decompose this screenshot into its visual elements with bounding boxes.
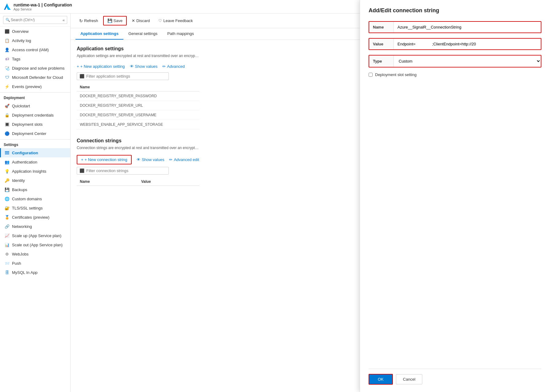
app-settings-filter-input[interactable] xyxy=(86,74,166,79)
svg-rect-3 xyxy=(5,152,9,153)
person-icon: 👤 xyxy=(5,47,10,52)
sidebar-item-tags[interactable]: 🏷 Tags xyxy=(0,54,70,63)
sidebar-label-overview: Overview xyxy=(12,29,29,34)
type-form-row: Type Custom SQLServer SQLAzure MySql Pos… xyxy=(369,55,541,67)
sidebar-label-networking: Networking xyxy=(12,224,32,229)
sidebar-nav: ⬛ Overview 📋 Activity log 👤 Access contr… xyxy=(0,27,70,277)
scaleup-icon: 📈 xyxy=(5,233,10,238)
app-settings-table: Name DOCKER_REGISTRY_SERVER_PASSWORD DOC… xyxy=(77,83,199,129)
sidebar-item-defender[interactable]: 🛡 Microsoft Defender for Cloud xyxy=(0,73,70,82)
shield-icon: 🛡 xyxy=(5,75,10,80)
app-setting-name: DOCKER_REGISTRY_SERVER_URL xyxy=(77,101,199,110)
show-values-button[interactable]: 👁 Show values xyxy=(130,63,158,70)
sidebar-item-scale-up[interactable]: 📈 Scale up (App Service plan) xyxy=(0,231,70,240)
name-input[interactable] xyxy=(394,22,541,33)
new-connection-string-button[interactable]: + + New connection string xyxy=(77,155,132,164)
value-input[interactable] xyxy=(394,39,541,49)
conn-strings-filter-input[interactable] xyxy=(86,168,166,173)
sidebar-item-networking[interactable]: 🔗 Networking xyxy=(0,222,70,231)
sidebar-item-certificates[interactable]: 🏅 Certificates (preview) xyxy=(0,213,70,222)
sidebar-label-webjobs: WebJobs xyxy=(12,252,29,256)
sidebar-item-activity-log[interactable]: 📋 Activity log xyxy=(0,36,70,45)
sidebar-item-identity[interactable]: 🔑 Identity xyxy=(0,176,70,185)
slots-icon: 🔳 xyxy=(5,122,10,127)
new-app-setting-button[interactable]: + + New application setting xyxy=(77,63,125,70)
show-conn-values-button[interactable]: 👁 Show values xyxy=(137,156,165,163)
conn-strings-filter: ⬛ xyxy=(77,167,169,175)
app-settings-desc: Application settings are encrypted at re… xyxy=(77,53,199,59)
name-form-row: Name xyxy=(369,21,541,33)
table-row: WEBSITES_ENABLE_APP_SERVICE_STORAGE xyxy=(77,120,199,129)
sidebar-item-quickstart[interactable]: 🚀 Quickstart xyxy=(0,101,70,110)
sidebar-item-webjobs[interactable]: ⚙ WebJobs xyxy=(0,249,70,259)
sidebar-label-custom-domains: Custom domains xyxy=(12,197,42,201)
sidebar-item-custom-domains[interactable]: 🌐 Custom domains xyxy=(0,194,70,203)
scaleout-icon: 📊 xyxy=(5,242,10,247)
sidebar-label-quickstart: Quickstart xyxy=(12,104,30,108)
tab-general-settings[interactable]: General settings xyxy=(123,28,162,40)
sidebar-item-scale-out[interactable]: 📊 Scale out (App Service plan) xyxy=(0,240,70,249)
discard-icon: ✕ xyxy=(132,18,135,23)
sidebar-label-tls-ssl: TLS/SSL settings xyxy=(12,206,43,210)
ssl-icon: 🔐 xyxy=(5,206,10,210)
rocket-icon: 🚀 xyxy=(5,103,10,108)
sidebar-label-deploy-creds: Deployment credentials xyxy=(12,113,54,117)
feedback-icon: ♡ xyxy=(158,18,162,23)
search-icon: 🔍 xyxy=(6,18,10,22)
tab-path-mappings[interactable]: Path mappings xyxy=(162,28,199,40)
app-setting-name: DOCKER_REGISTRY_SERVER_PASSWORD xyxy=(77,91,199,101)
col-conn-value: Value xyxy=(138,178,199,186)
search-input[interactable] xyxy=(3,16,67,24)
cancel-button[interactable]: Cancel xyxy=(396,374,422,384)
tag-icon: 🏷 xyxy=(5,56,10,61)
identity-icon: 🔑 xyxy=(5,178,10,183)
sidebar-collapse-icon[interactable]: « xyxy=(63,18,65,22)
advanced-button[interactable]: ✏ Advanced xyxy=(162,63,185,70)
ok-button[interactable]: OK xyxy=(369,374,393,385)
tab-app-settings[interactable]: Application settings xyxy=(76,28,123,40)
col-name: Name xyxy=(77,83,199,91)
plus-icon-2: + xyxy=(81,157,83,162)
sidebar-item-deploy-center[interactable]: 🔵 Deployment Center xyxy=(0,129,70,138)
sidebar-item-mysql[interactable]: 🗄 MySQL In App xyxy=(0,268,70,277)
save-button[interactable]: 💾 Save xyxy=(103,16,127,25)
sidebar-item-tls-ssl[interactable]: 🔐 TLS/SSL settings xyxy=(0,203,70,213)
deployment-slot-checkbox[interactable] xyxy=(369,73,373,77)
name-label: Name xyxy=(369,22,394,33)
sidebar-label-app-insights: Application Insights xyxy=(12,169,46,174)
pencil-icon-2: ✏ xyxy=(169,157,172,162)
page-title: runtime-wa-1 | Configuration xyxy=(14,2,72,7)
sidebar-item-push[interactable]: 📨 Push xyxy=(0,259,70,268)
sidebar-label-deploy-slots: Deployment slots xyxy=(12,122,43,127)
type-select[interactable]: Custom SQLServer SQLAzure MySql PostgreS… xyxy=(394,56,541,67)
feedback-button[interactable]: ♡ Leave Feedback xyxy=(155,17,196,25)
table-row: DOCKER_REGISTRY_SERVER_URL xyxy=(77,101,199,110)
app-settings-filter: ⬛ xyxy=(77,72,169,80)
sidebar-item-app-insights[interactable]: 💡 Application Insights xyxy=(0,167,70,176)
refresh-button[interactable]: ↻ Refresh xyxy=(76,17,102,25)
sidebar-item-configuration[interactable]: Configuration xyxy=(0,148,70,157)
eye-icon-2: 👁 xyxy=(137,157,141,162)
lightning-icon: ⚡ xyxy=(5,84,10,89)
auth-icon: 👥 xyxy=(5,159,10,164)
sidebar-item-authentication[interactable]: 👥 Authentication xyxy=(0,157,70,167)
advanced-conn-button[interactable]: ✏ Advanced edit xyxy=(169,156,199,163)
svg-marker-1 xyxy=(7,3,11,10)
sidebar-item-diagnose[interactable]: 🩺 Diagnose and solve problems xyxy=(0,63,70,73)
sidebar-item-deploy-slots[interactable]: 🔳 Deployment slots xyxy=(0,120,70,129)
sidebar-item-events[interactable]: ⚡ Events (preview) xyxy=(0,82,70,91)
domain-icon: 🌐 xyxy=(5,196,10,201)
discard-button[interactable]: ✕ Discard xyxy=(128,17,153,25)
sidebar-item-overview[interactable]: ⬛ Overview xyxy=(0,27,70,36)
nav-section-deployment: Deployment xyxy=(0,92,70,101)
sidebar-label-diagnose: Diagnose and solve problems xyxy=(12,66,64,71)
eye-icon: 👁 xyxy=(130,64,134,69)
sidebar: 🔍 « ⬛ Overview 📋 Activity log 👤 Access c… xyxy=(0,13,71,392)
sidebar-item-backups[interactable]: 💾 Backups xyxy=(0,185,70,194)
type-label: Type xyxy=(369,56,394,67)
sidebar-item-access-control[interactable]: 👤 Access control (IAM) xyxy=(0,45,70,54)
sidebar-label-configuration: Configuration xyxy=(12,151,38,155)
grid-icon: ⬛ xyxy=(5,29,10,34)
sidebar-item-deploy-creds[interactable]: 🔒 Deployment credentials xyxy=(0,110,70,120)
sidebar-label-access-control: Access control (IAM) xyxy=(12,48,49,52)
